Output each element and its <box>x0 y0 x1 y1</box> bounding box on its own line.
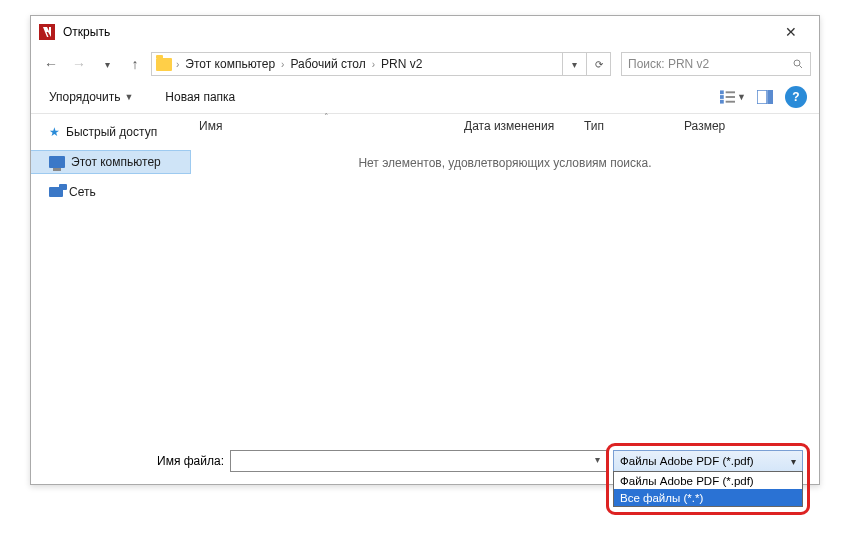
recent-caret[interactable]: ▾ <box>95 52 119 76</box>
sidebar-item-network[interactable]: Сеть <box>31 180 191 204</box>
filetype-select[interactable]: Файлы Adobe PDF (*.pdf) ▾ <box>613 450 803 472</box>
filter-option-all[interactable]: Все файлы (*.*) <box>614 489 802 506</box>
svg-rect-5 <box>726 96 735 98</box>
close-button[interactable]: ✕ <box>771 18 811 46</box>
breadcrumb-prn[interactable]: PRN v2 <box>377 57 426 71</box>
pc-icon <box>49 156 65 168</box>
column-name[interactable]: Имя ˄ <box>191 114 456 138</box>
dialog-title: Открыть <box>63 25 771 39</box>
up-button[interactable]: ↑ <box>123 52 147 76</box>
column-headers: Имя ˄ Дата изменения Тип Размер <box>191 114 819 138</box>
nav-row: ← → ▾ ↑ › Этот компьютер › Рабочий стол … <box>31 48 819 80</box>
empty-folder-message: Нет элементов, удовлетворяющих условиям … <box>191 156 819 170</box>
svg-line-1 <box>800 66 803 69</box>
address-bar[interactable]: › Этот компьютер › Рабочий стол › PRN v2… <box>151 52 611 76</box>
file-list-pane: Имя ˄ Дата изменения Тип Размер Нет элем… <box>191 114 819 414</box>
breadcrumb-desktop[interactable]: Рабочий стол <box>286 57 369 71</box>
footer: Имя файла: ▾ Файлы Adobe PDF (*.pdf) ▾ Ф… <box>31 450 819 472</box>
caret-down-icon: ▼ <box>124 92 133 102</box>
filetype-dropdown: Файлы Adobe PDF (*.pdf) Все файлы (*.*) <box>613 471 803 507</box>
sidebar-item-quick-access[interactable]: ★ Быстрый доступ <box>31 120 191 144</box>
svg-rect-2 <box>720 90 724 94</box>
dialog-body: ★ Быстрый доступ Этот компьютер Сеть Имя… <box>31 114 819 414</box>
svg-rect-3 <box>726 91 735 93</box>
svg-rect-9 <box>768 90 773 104</box>
forward-button[interactable]: → <box>67 52 91 76</box>
folder-icon <box>154 54 174 74</box>
organize-button[interactable]: Упорядочить ▼ <box>43 86 139 108</box>
chevron-right-icon: › <box>279 59 286 70</box>
search-placeholder: Поиск: PRN v2 <box>628 57 709 71</box>
titlebar: Открыть ✕ <box>31 16 819 48</box>
view-mode-button[interactable]: ▼ <box>719 85 747 109</box>
column-date[interactable]: Дата изменения <box>456 114 576 138</box>
star-icon: ★ <box>49 125 60 139</box>
filename-label: Имя файла: <box>47 450 224 468</box>
adobe-icon <box>39 24 55 40</box>
chevron-right-icon: › <box>370 59 377 70</box>
sidebar: ★ Быстрый доступ Этот компьютер Сеть <box>31 114 191 414</box>
caret-down-icon: ▾ <box>595 454 600 465</box>
search-input[interactable]: Поиск: PRN v2 <box>621 52 811 76</box>
address-dropdown[interactable]: ▾ <box>562 53 586 75</box>
column-size[interactable]: Размер <box>676 114 756 138</box>
breadcrumb-pc[interactable]: Этот компьютер <box>181 57 279 71</box>
caret-down-icon: ▾ <box>791 456 796 467</box>
search-icon <box>792 58 804 70</box>
new-folder-button[interactable]: Новая папка <box>159 86 241 108</box>
svg-rect-4 <box>720 95 724 99</box>
chevron-right-icon: › <box>174 59 181 70</box>
network-icon <box>49 187 63 197</box>
back-button[interactable]: ← <box>39 52 63 76</box>
help-button[interactable]: ? <box>785 86 807 108</box>
svg-rect-8 <box>757 90 767 104</box>
svg-rect-7 <box>726 100 735 102</box>
svg-rect-6 <box>720 99 724 103</box>
preview-pane-button[interactable] <box>751 85 779 109</box>
sidebar-item-this-pc[interactable]: Этот компьютер <box>31 150 191 174</box>
refresh-button[interactable]: ⟳ <box>586 53 610 75</box>
column-type[interactable]: Тип <box>576 114 676 138</box>
svg-point-0 <box>794 60 800 66</box>
open-dialog: Открыть ✕ ← → ▾ ↑ › Этот компьютер › Раб… <box>30 15 820 485</box>
sort-indicator-icon: ˄ <box>324 112 329 122</box>
filter-option-pdf[interactable]: Файлы Adobe PDF (*.pdf) <box>614 472 802 489</box>
toolbar: Упорядочить ▼ Новая папка ▼ ? <box>31 80 819 114</box>
filetype-filter: Файлы Adobe PDF (*.pdf) ▾ Файлы Adobe PD… <box>613 450 803 472</box>
filename-input[interactable]: ▾ <box>230 450 607 472</box>
